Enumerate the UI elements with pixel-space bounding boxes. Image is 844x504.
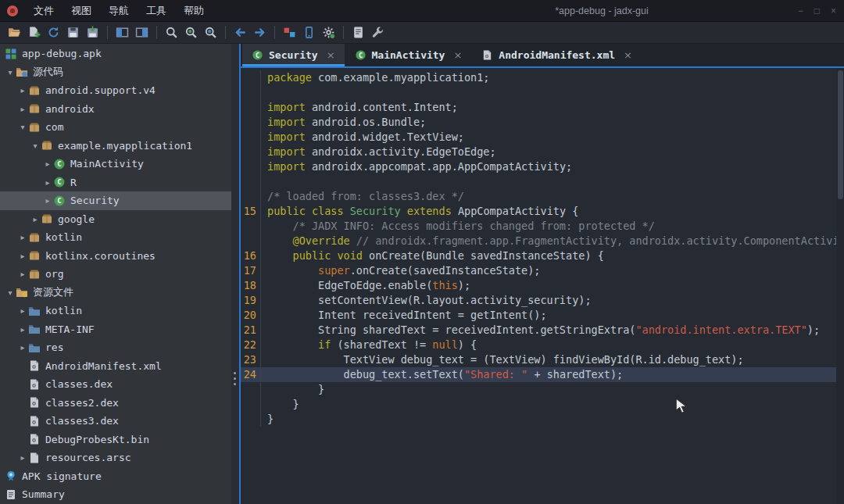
- line-number[interactable]: [241, 70, 261, 85]
- splitter-grip-icon[interactable]: [234, 372, 236, 385]
- chevron-down-icon[interactable]: ▾: [30, 141, 41, 150]
- line-number[interactable]: [241, 145, 261, 159]
- project-tree[interactable]: app-debug.apk▾源代码▸android.support.v4▸and…: [0, 44, 231, 504]
- line-number[interactable]: [241, 159, 261, 174]
- chevron-right-icon[interactable]: ▸: [42, 159, 53, 168]
- tree-item-resources-arsc[interactable]: ▸resources.arsc: [0, 449, 231, 467]
- tree-item-security[interactable]: ▸CSecurity: [0, 191, 231, 210]
- line-number[interactable]: 23: [241, 352, 261, 367]
- chevron-right-icon[interactable]: ▸: [30, 215, 41, 223]
- search-usage-button[interactable]: [201, 23, 220, 42]
- line-number[interactable]: 22: [241, 338, 261, 352]
- sync-button[interactable]: [132, 23, 152, 42]
- tree-item-androidx[interactable]: ▸androidx: [0, 100, 231, 119]
- tree-item-apk-signature[interactable]: APK signature: [0, 467, 231, 486]
- chevron-down-icon[interactable]: ▾: [5, 288, 16, 297]
- menu-tools[interactable]: 工具: [139, 2, 173, 20]
- code-editor[interactable]: package com.example.myapplication1;impor…: [241, 66, 844, 504]
- tree-item-res[interactable]: ▸res: [0, 338, 231, 357]
- log-viewer-button[interactable]: [349, 23, 368, 42]
- line-number[interactable]: [241, 130, 261, 145]
- line-number[interactable]: [241, 174, 261, 189]
- chevron-down-icon[interactable]: ▾: [5, 68, 16, 77]
- chevron-right-icon[interactable]: ▸: [17, 343, 28, 352]
- tree-item-kotlinx-coroutines[interactable]: ▸kotlinx.coroutines: [0, 247, 231, 266]
- line-number[interactable]: [241, 85, 261, 100]
- tree-item-org[interactable]: ▸org: [0, 265, 231, 284]
- tab-close-icon[interactable]: ×: [624, 49, 632, 61]
- nav-forward-button[interactable]: [250, 23, 270, 42]
- line-number[interactable]: [241, 382, 261, 397]
- line-number[interactable]: 24: [241, 367, 261, 382]
- chevron-right-icon[interactable]: ▸: [17, 270, 28, 278]
- tree-item-androidmanifest-xml[interactable]: AndroidManifest.xml: [0, 357, 231, 376]
- device-button[interactable]: [299, 23, 319, 42]
- minimize-icon[interactable]: −: [798, 6, 803, 16]
- tree-item-resources[interactable]: ▾资源文件: [0, 284, 231, 302]
- line-number[interactable]: 18: [241, 278, 261, 293]
- panel-splitter[interactable]: [231, 44, 239, 504]
- chevron-right-icon[interactable]: ▸: [17, 453, 28, 462]
- line-number[interactable]: [241, 412, 261, 427]
- chevron-right-icon[interactable]: ▸: [17, 105, 28, 113]
- tree-item-meta-inf[interactable]: ▸META-INF: [0, 320, 231, 339]
- line-number[interactable]: 20: [241, 308, 261, 323]
- tree-item-classes2-dex[interactable]: classes2.dex: [0, 394, 231, 413]
- menu-navigation[interactable]: 导航: [102, 2, 136, 20]
- line-number[interactable]: 15: [241, 204, 261, 219]
- line-number[interactable]: [241, 100, 261, 115]
- line-number[interactable]: 17: [241, 263, 261, 278]
- line-number[interactable]: [241, 115, 261, 130]
- tab-security[interactable]: CSecurity×: [242, 44, 345, 66]
- chevron-right-icon[interactable]: ▸: [17, 86, 28, 95]
- chevron-right-icon[interactable]: ▸: [42, 196, 53, 205]
- tree-item-r[interactable]: ▸CR: [0, 173, 231, 192]
- tree-item-app-debug-apk[interactable]: app-debug.apk: [0, 45, 231, 63]
- preferences-button[interactable]: [368, 23, 388, 42]
- tree-item-example-myapplication1[interactable]: ▾example.myapplication1: [0, 137, 231, 155]
- deobfuscation-button[interactable]: [280, 23, 299, 42]
- line-number[interactable]: 21: [241, 323, 261, 338]
- chevron-right-icon[interactable]: ▸: [17, 325, 28, 334]
- reload-button[interactable]: [44, 23, 63, 42]
- open-file-button[interactable]: [5, 23, 24, 42]
- line-number[interactable]: [241, 219, 261, 234]
- search-class-button[interactable]: [181, 23, 201, 42]
- tab-close-icon[interactable]: ×: [453, 49, 462, 61]
- tree-item-kotlin-pkg[interactable]: ▸kotlin: [0, 228, 231, 247]
- tab-close-icon[interactable]: ×: [327, 49, 335, 61]
- search-text-button[interactable]: [162, 23, 181, 42]
- scrollbar-thumb[interactable]: [838, 70, 843, 199]
- menu-view[interactable]: 视图: [64, 2, 98, 20]
- tree-item-summary[interactable]: Summary: [0, 485, 231, 504]
- editor-scrollbar[interactable]: [836, 68, 844, 504]
- tree-item-classes3-dex[interactable]: classes3.dex: [0, 412, 231, 431]
- chevron-right-icon[interactable]: ▸: [42, 178, 53, 187]
- tree-item-classes-dex[interactable]: classes.dex: [0, 375, 231, 394]
- line-number[interactable]: [241, 189, 261, 204]
- chevron-right-icon[interactable]: ▸: [17, 252, 28, 260]
- line-number[interactable]: 19: [241, 293, 261, 308]
- panels-button[interactable]: [113, 23, 132, 42]
- tree-item-source-code[interactable]: ▾源代码: [0, 63, 231, 82]
- tree-item-debugprobeskt-bin[interactable]: DebugProbesKt.bin: [0, 431, 231, 449]
- line-number[interactable]: [241, 397, 261, 412]
- add-files-button[interactable]: [24, 23, 44, 42]
- line-number[interactable]: 16: [241, 248, 261, 263]
- chevron-down-icon[interactable]: ▾: [17, 123, 28, 131]
- tab-mainactivity[interactable]: CMainActivity×: [345, 44, 472, 66]
- tab-androidmanifest-xml[interactable]: AndroidManifest.xml×: [472, 44, 642, 66]
- tree-item-kotlin-folder[interactable]: ▸kotlin: [0, 302, 231, 320]
- tree-item-android-support-v4[interactable]: ▸android.support.v4: [0, 81, 231, 100]
- tree-item-google[interactable]: ▸google: [0, 210, 231, 229]
- maximize-icon[interactable]: □: [814, 6, 820, 16]
- line-number[interactable]: [241, 234, 261, 248]
- chevron-right-icon[interactable]: ▸: [17, 306, 28, 315]
- close-icon[interactable]: ×: [831, 6, 836, 16]
- nav-back-button[interactable]: [231, 23, 250, 42]
- tree-item-mainactivity[interactable]: ▸CMainActivity: [0, 155, 231, 173]
- menu-file[interactable]: 文件: [27, 2, 61, 20]
- tree-item-com[interactable]: ▾com: [0, 118, 231, 137]
- menu-help[interactable]: 帮助: [177, 2, 211, 20]
- save-all-button[interactable]: [63, 23, 83, 42]
